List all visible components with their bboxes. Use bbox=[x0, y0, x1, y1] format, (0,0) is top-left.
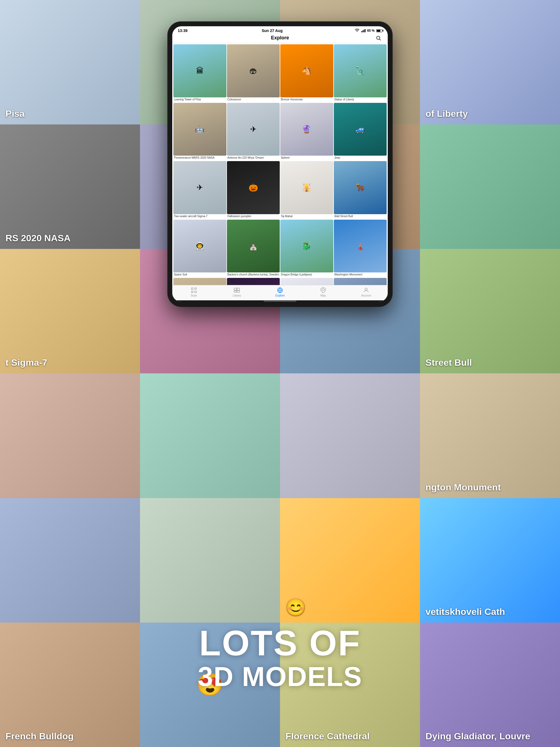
bg-cell-liberty: of Liberty bbox=[420, 0, 560, 125]
model-item-14[interactable]: ⛪Backen's church (Backens kyrka), Sweden bbox=[227, 220, 280, 278]
account-tab-icon bbox=[363, 287, 369, 293]
svg-rect-1 bbox=[362, 30, 363, 32]
tab-explore[interactable]: Explore bbox=[259, 287, 301, 297]
map-tab-label: Map bbox=[320, 294, 326, 297]
model-thumb-11: 🕌 bbox=[280, 161, 333, 214]
model-label-3: Bronze Horseman bbox=[280, 97, 333, 102]
battery-percent: 65 % bbox=[367, 29, 375, 32]
model-thumb-10: 🎃 bbox=[227, 161, 280, 214]
ipad-device: 13:39 Sun 27 Aug 65 % bbox=[168, 22, 392, 306]
model-item-8[interactable]: 🚙Jeep bbox=[334, 103, 387, 161]
signal-icon bbox=[361, 29, 366, 32]
svg-rect-11 bbox=[237, 288, 240, 290]
search-button[interactable] bbox=[375, 34, 382, 42]
bg-cell-sigma: t Sigma-7 bbox=[0, 249, 140, 374]
model-item-7[interactable]: 🔮Sphere bbox=[280, 103, 333, 161]
home-bar bbox=[264, 301, 296, 302]
model-grid: 🏛Leaning Tower of Pisa🏟Colosseum🐴Bronze … bbox=[172, 43, 388, 285]
model-item-20[interactable]: ⛪The Svetitskhoveli Cathedral, Georgia bbox=[334, 278, 387, 285]
svg-rect-0 bbox=[361, 31, 362, 32]
model-thumb-19: 🔥 bbox=[280, 278, 333, 285]
svg-rect-9 bbox=[195, 291, 196, 293]
nav-header: Explore bbox=[172, 34, 388, 43]
model-item-19[interactable]: 🔥Burning Man bbox=[280, 278, 333, 285]
bg-cell-perseverance: RS 2020 NASA bbox=[0, 125, 140, 249]
model-thumb-14: ⛪ bbox=[227, 220, 280, 273]
search-icon bbox=[376, 35, 381, 41]
model-label-2: Colosseum bbox=[227, 97, 280, 102]
model-item-10[interactable]: 🎃Halloween pumpkin bbox=[227, 161, 280, 219]
model-item-2[interactable]: 🏟Colosseum bbox=[227, 44, 280, 102]
bg-label-sveti: vetitskhoveli Cath bbox=[425, 607, 505, 617]
svg-line-5 bbox=[379, 39, 381, 40]
model-label-10: Halloween pumpkin bbox=[227, 214, 280, 219]
model-label-11: Taj Mahal bbox=[280, 214, 333, 219]
model-grid-scroll[interactable]: 🏛Leaning Tower of Pisa🏟Colosseum🐴Bronze … bbox=[172, 43, 388, 285]
home-indicator bbox=[172, 300, 388, 302]
tab-account[interactable]: Account bbox=[345, 287, 388, 297]
model-item-9[interactable]: ✈Two-seater aircraft Sigma-7 bbox=[174, 161, 226, 219]
model-item-16[interactable]: 🗼Washington Monument bbox=[334, 220, 387, 278]
model-label-14: Backen's church (Backens kyrka), Sweden bbox=[227, 273, 280, 277]
svg-rect-2 bbox=[364, 29, 365, 32]
model-label-1: Leaning Tower of Pisa bbox=[174, 97, 226, 102]
bg-label-liberty: of Liberty bbox=[425, 108, 468, 119]
model-item-5[interactable]: 🤖Perseverance MARS 2020 NASA bbox=[174, 103, 226, 161]
bg-label-french: French Bulldog bbox=[5, 731, 74, 742]
bg-label-perseverance: RS 2020 NASA bbox=[5, 233, 71, 243]
model-label-8: Jeep bbox=[334, 156, 387, 160]
bg-label-sigma: t Sigma-7 bbox=[5, 357, 47, 368]
scan-tab-label: Scan bbox=[191, 294, 197, 297]
battery-fill bbox=[377, 30, 380, 32]
model-label-9: Two-seater aircraft Sigma-7 bbox=[174, 214, 226, 219]
model-item-1[interactable]: 🏛Leaning Tower of Pisa bbox=[174, 44, 226, 102]
bg-cell-sveti: vetitskhoveli Cath bbox=[420, 498, 560, 622]
model-thumb-7: 🔮 bbox=[280, 103, 333, 156]
model-thumb-3: 🐴 bbox=[280, 44, 333, 97]
model-item-17[interactable]: 🚪Hall - 3D scan bbox=[174, 278, 226, 285]
explore-title: Explore bbox=[271, 35, 289, 41]
model-thumb-9: ✈ bbox=[174, 161, 226, 214]
bg-cell-emoji: 😊 bbox=[280, 498, 420, 622]
model-thumb-18: 🎂 bbox=[227, 278, 280, 285]
svg-rect-7 bbox=[195, 288, 196, 289]
model-thumb-5: 🤖 bbox=[174, 103, 226, 156]
model-thumb-20: ⛪ bbox=[334, 278, 387, 285]
svg-rect-13 bbox=[237, 291, 240, 292]
explore-tab-icon bbox=[277, 287, 283, 293]
model-item-3[interactable]: 🐴Bronze Horseman bbox=[280, 44, 333, 102]
model-label-5: Perseverance MARS 2020 NASA bbox=[174, 156, 226, 160]
tab-library[interactable]: Library bbox=[215, 287, 259, 297]
tab-scan[interactable]: Scan bbox=[172, 287, 215, 297]
model-item-13[interactable]: 👨‍🚀Space Suit bbox=[174, 220, 226, 278]
tab-bar: Scan Library bbox=[172, 285, 388, 300]
svg-point-4 bbox=[376, 36, 380, 40]
status-icons: 65 % bbox=[355, 29, 382, 32]
tab-map[interactable]: Map bbox=[301, 287, 345, 297]
bg-label-emoji: 😊 bbox=[286, 598, 306, 617]
model-item-11[interactable]: 🕌Taj Mahal bbox=[280, 161, 333, 219]
model-thumb-17: 🚪 bbox=[174, 278, 226, 285]
bg-cell-space bbox=[0, 374, 140, 498]
model-label-12: Wall Street Bull bbox=[334, 214, 387, 219]
model-item-6[interactable]: ✈Antonov An-225 Mriya 'Dream' bbox=[227, 103, 280, 161]
bg-cell-washington: ngton Monument bbox=[420, 374, 560, 498]
model-label-7: Sphere bbox=[280, 156, 333, 160]
svg-rect-3 bbox=[365, 29, 366, 32]
bg-label-bull: Street Bull bbox=[425, 357, 472, 368]
svg-rect-8 bbox=[191, 291, 193, 293]
map-tab-icon bbox=[320, 287, 326, 293]
model-label-4: Statue of Liberty bbox=[334, 97, 387, 102]
model-label-6: Antonov An-225 Mriya 'Dream' bbox=[227, 156, 280, 160]
model-thumb-8: 🚙 bbox=[334, 103, 387, 156]
bg-cell-jeep bbox=[420, 125, 560, 249]
ipad-screen: 13:39 Sun 27 Aug 65 % bbox=[172, 26, 388, 302]
bg-cell-love: 😍 bbox=[140, 622, 280, 747]
model-item-15[interactable]: 🐉Dragon Bridge (Ljubljana) bbox=[280, 220, 333, 278]
model-item-12[interactable]: 🐂Wall Street Bull bbox=[334, 161, 387, 219]
bg-cell-church bbox=[140, 374, 280, 498]
bg-label-florence: Florence Cathedral bbox=[286, 731, 370, 742]
model-item-18[interactable]: 🎂Happy birthday bbox=[227, 278, 280, 285]
model-thumb-12: 🐂 bbox=[334, 161, 387, 214]
model-item-4[interactable]: 🗽Statue of Liberty bbox=[334, 44, 387, 102]
